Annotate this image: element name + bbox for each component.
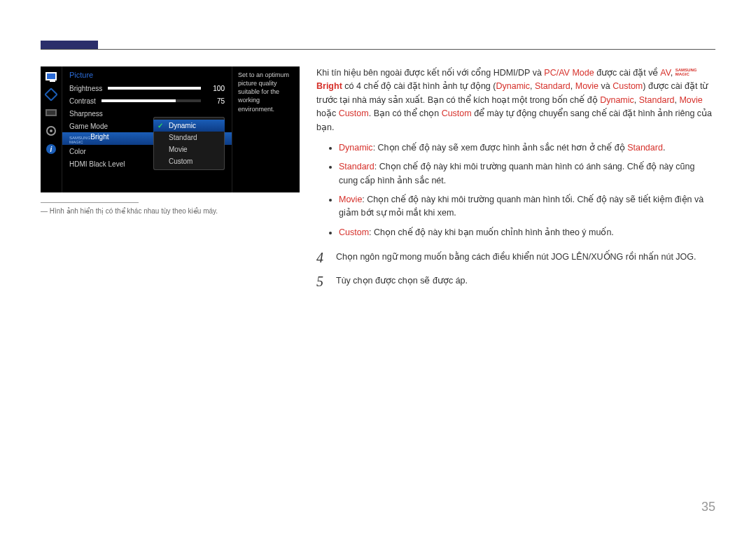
text-run: . Bạn có thể chọn — [369, 108, 442, 118]
popup-item-dynamic[interactable]: Dynamic — [153, 120, 225, 132]
text-run: hoặc — [316, 108, 339, 118]
pip-icon — [44, 107, 58, 118]
footnote-rule — [41, 202, 139, 203]
osd-title: Picture — [62, 66, 232, 82]
keyword-custom: Custom — [339, 108, 369, 118]
keyword-custom: Custom — [612, 81, 643, 91]
left-column: i Picture Brightness 100 Contrast 75 Sha… — [41, 66, 300, 215]
popup-item-standard[interactable]: Standard — [153, 132, 225, 143]
samsung-magic-prefix-inline: SAMSUNGMAGIC — [676, 68, 697, 76]
step-4: 4 Chọn ngôn ngữ mong muốn bằng cách điều… — [316, 251, 715, 265]
footnote-text: Hình ảnh hiển thị có thể khác nhau tùy t… — [50, 207, 218, 215]
header-rule — [41, 49, 715, 50]
text-run: . — [663, 143, 665, 153]
step-text: Tùy chọn được chọn sẽ được áp. — [336, 274, 468, 288]
keyword-custom: Custom — [339, 227, 369, 237]
popup-item-movie[interactable]: Movie — [153, 143, 225, 155]
samsung-magic-prefix: SAMSUNG MAGIC — [69, 136, 90, 144]
text-run: : Chọn chế độ này sẽ xem được hình ảnh s… — [373, 143, 628, 153]
osd-submenu-popup: Dynamic Standard Movie Custom — [153, 117, 225, 170]
keyword-standard: Standard — [639, 95, 675, 105]
bullet-custom: Custom: Chọn chế độ này khi bạn muốn chỉ… — [329, 226, 715, 239]
footnote-dash: ― — [41, 207, 48, 215]
page-number: 35 — [701, 500, 715, 514]
keyword-bright: Bright — [316, 81, 342, 91]
osd-label: HDMI Black Level — [69, 160, 125, 168]
osd-main-panel: Picture Brightness 100 Contrast 75 Sharp… — [62, 66, 232, 192]
osd-row-brightness[interactable]: Brightness 100 — [69, 82, 225, 94]
info-icon: i — [44, 143, 58, 155]
monitor-icon — [44, 71, 58, 82]
text-run: , — [530, 81, 535, 91]
gear-icon — [44, 125, 58, 136]
footnote: ― Hình ảnh hiển thị có thể khác nhau tùy… — [41, 202, 300, 215]
osd-category-icons: i — [41, 66, 62, 192]
text-run: : Chọn chế độ này khi môi trường quanh m… — [339, 162, 694, 185]
slider-fill — [102, 99, 176, 102]
keyword-pcav: PC/AV Mode — [544, 68, 594, 78]
osd-description: Set to an optimum picture quality suitab… — [232, 66, 300, 192]
tiny-line: MAGIC — [676, 72, 697, 76]
header-accent-bar — [41, 41, 98, 49]
step-number: 5 — [316, 274, 326, 288]
text-run: có 4 chế độ cài đặt hình ảnh tự động ( — [342, 81, 496, 91]
keyword-av: AV — [660, 68, 671, 78]
step-5: 5 Tùy chọn được chọn sẽ được áp. — [316, 274, 715, 288]
step-text: Chọn ngôn ngữ mong muốn bằng cách điều k… — [336, 251, 696, 264]
osd-label: Game Mode — [69, 122, 108, 130]
osd-label: SAMSUNG MAGIC Bright — [69, 133, 108, 144]
paragraph-intro: Khi tín hiệu bên ngoài được kết nối với … — [316, 66, 715, 134]
osd-screenshot: i Picture Brightness 100 Contrast 75 Sha… — [41, 66, 300, 192]
step-number: 4 — [316, 251, 326, 265]
osd-value: 75 — [206, 97, 225, 105]
popup-item-custom[interactable]: Custom — [153, 155, 225, 167]
osd-label: Brightness — [69, 85, 102, 92]
text-run: được cài đặt về — [594, 68, 661, 78]
text-run: , — [671, 68, 676, 78]
keyword-dynamic: Dynamic — [496, 81, 530, 91]
text-run: : Chọn chế độ này khi bạn muốn chỉnh hìn… — [369, 227, 614, 237]
keyword-movie: Movie — [339, 195, 362, 204]
mode-bullet-list: Dynamic: Chọn chế độ này sẽ xem được hìn… — [329, 141, 715, 239]
keyword-standard: Standard — [627, 143, 663, 153]
text-run: và — [598, 81, 612, 91]
slider-track — [102, 99, 201, 102]
osd-label: Sharpness — [69, 110, 103, 118]
slider-fill — [108, 87, 201, 90]
osd-row-contrast[interactable]: Contrast 75 — [69, 94, 225, 107]
diamond-icon — [44, 89, 58, 100]
keyword-movie: Movie — [679, 95, 702, 105]
keyword-dynamic: Dynamic — [600, 95, 634, 105]
bullet-dynamic: Dynamic: Chọn chế độ này sẽ xem được hìn… — [329, 141, 715, 155]
keyword-standard: Standard — [535, 81, 570, 91]
keyword-standard: Standard — [339, 162, 374, 171]
text-run: , — [570, 81, 575, 91]
tiny-line: MAGIC — [69, 140, 90, 144]
bright-suffix: Bright — [90, 133, 108, 141]
body-text: Khi tín hiệu bên ngoài được kết nối với … — [316, 66, 715, 298]
keyword-dynamic: Dynamic — [339, 143, 373, 153]
keyword-custom: Custom — [442, 108, 472, 118]
text-run: Khi tín hiệu bên ngoài được kết nối với … — [316, 68, 544, 78]
osd-value: 100 — [206, 85, 225, 92]
text-run: , — [634, 95, 639, 105]
osd-label: Contrast — [69, 97, 96, 105]
slider-track — [108, 87, 201, 90]
bullet-standard: Standard: Chọn chế độ này khi môi trường… — [329, 160, 715, 188]
keyword-movie: Movie — [575, 81, 598, 91]
bullet-movie: Movie: Chọn chế độ này khi môi trường qu… — [329, 193, 715, 220]
osd-label: Color — [69, 148, 86, 155]
text-run: : Chọn chế độ này khi môi trường quanh m… — [339, 195, 704, 218]
